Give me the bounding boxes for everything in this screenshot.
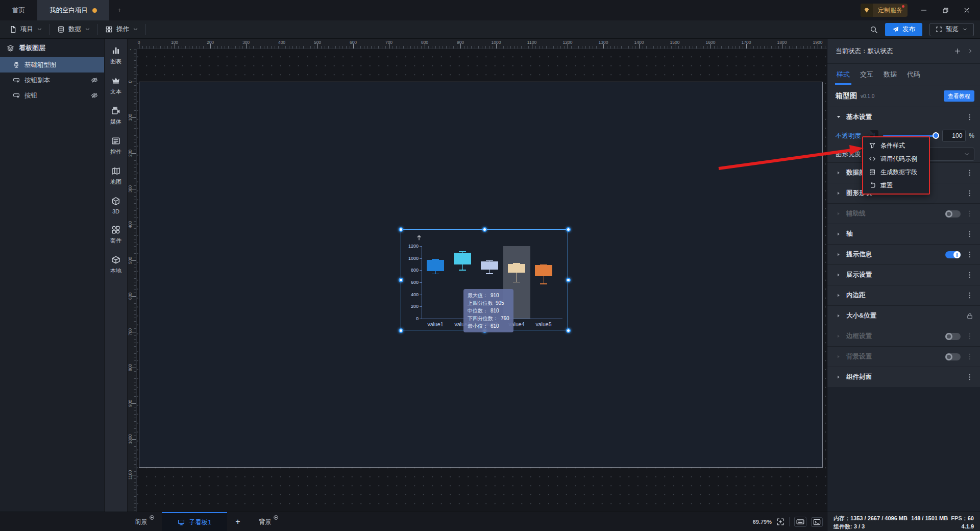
section-背景设置[interactable]: 背景设置 [827, 346, 980, 367]
kebab-menu-icon[interactable] [966, 353, 973, 360]
kebab-menu-icon[interactable] [966, 373, 973, 381]
toggle-off[interactable] [945, 353, 961, 360]
context-menu-item-调用代码示例[interactable]: 调用代码示例 [863, 152, 929, 165]
tab-数据[interactable]: 数据 [882, 64, 898, 85]
foreground-tab[interactable]: 前景 [132, 512, 151, 531]
opacity-slider-knob[interactable] [933, 132, 939, 139]
section-辅助线[interactable]: 辅助线 [827, 203, 980, 224]
subboard-tab[interactable]: 子看板1 [162, 512, 227, 531]
selection-handle[interactable] [399, 227, 403, 232]
caret-right-icon[interactable] [836, 313, 841, 319]
project-tab[interactable]: 我的空白项目 [37, 0, 109, 20]
caret-right-icon[interactable] [836, 354, 841, 359]
background-tab[interactable]: 背景 [256, 512, 275, 531]
plus-icon[interactable] [954, 47, 961, 55]
add-state-icon[interactable] [954, 47, 961, 55]
canvas[interactable]: 0100200300400500600700800900100011001200… [128, 39, 827, 512]
section-提示信息[interactable]: 提示信息 [827, 244, 980, 264]
box-value3[interactable] [481, 261, 498, 270]
kebab-menu-icon[interactable] [966, 169, 973, 177]
library-item-地图[interactable]: 地图 [110, 166, 121, 186]
caret-right-icon[interactable] [836, 374, 841, 380]
kebab-menu-icon[interactable] [966, 292, 973, 299]
search-icon[interactable] [870, 26, 878, 34]
selection-handle[interactable] [399, 328, 403, 333]
menu-操作[interactable]: 操作 [98, 23, 145, 36]
search-icon[interactable] [870, 26, 878, 34]
layer-item-按钮[interactable]: 按钮 [0, 88, 104, 103]
kebab-menu-icon[interactable] [966, 271, 973, 279]
kebab-menu-icon[interactable] [966, 332, 973, 340]
section-边框设置[interactable]: 边框设置 [827, 326, 980, 346]
circle-plus-icon[interactable] [273, 515, 279, 520]
circle-plus-icon[interactable] [149, 515, 155, 520]
box-value1[interactable] [427, 260, 444, 271]
fit-screen-icon[interactable] [776, 518, 785, 526]
caret-right-icon[interactable] [836, 190, 841, 196]
selection-handle[interactable] [566, 328, 571, 333]
section-大小&位置[interactable]: 大小&位置 [827, 305, 980, 326]
custom-service-badge[interactable]: 定制服务 [861, 4, 908, 17]
layer-item-基础箱型图[interactable]: 基础箱型图 [0, 57, 104, 73]
circle-plus-icon[interactable] [273, 515, 279, 520]
chevron-right-icon[interactable] [967, 48, 973, 54]
caret-right-icon[interactable] [836, 272, 841, 278]
toggle-off[interactable] [945, 333, 961, 340]
menu-项目[interactable]: 项目 [2, 23, 50, 36]
selection-handle[interactable] [566, 278, 571, 282]
context-menu-item-生成数据字段[interactable]: 生成数据字段 [863, 165, 929, 179]
library-item-本地[interactable]: 本地 [110, 255, 121, 275]
kebab-menu-icon[interactable] [966, 251, 973, 258]
restore-button[interactable] [940, 5, 950, 15]
eye-off-icon[interactable] [91, 92, 98, 99]
tab-交互[interactable]: 交互 [859, 64, 875, 85]
tab-代码[interactable]: 代码 [905, 64, 922, 85]
selection-handle[interactable] [482, 227, 487, 232]
box-value4[interactable] [508, 264, 525, 273]
section-组件封面[interactable]: 组件封面 [827, 367, 980, 387]
toggle-on[interactable] [945, 251, 961, 258]
caret-down-icon[interactable] [836, 114, 842, 120]
context-menu-item-重置[interactable]: 重置 [863, 179, 929, 192]
tutorial-button[interactable]: 查看教程 [944, 90, 974, 102]
kebab-menu-icon[interactable] [966, 113, 973, 121]
caret-right-icon[interactable] [836, 231, 841, 237]
kebab-menu-icon[interactable] [966, 210, 973, 218]
eye-off-icon[interactable] [91, 77, 98, 84]
keyboard-shortcuts-icon[interactable] [796, 518, 804, 526]
library-item-控件[interactable]: 控件 [110, 136, 121, 156]
tab-样式[interactable]: 样式 [835, 64, 851, 85]
section-轴[interactable]: 轴 [827, 224, 980, 244]
library-item-媒体[interactable]: 媒体 [110, 106, 121, 126]
keyboard-shortcuts-icon[interactable] [794, 517, 806, 527]
context-menu-item-条件样式[interactable]: 条件样式 [863, 139, 929, 152]
selection-handle[interactable] [399, 278, 403, 282]
console-icon[interactable] [811, 517, 823, 527]
kebab-menu-icon[interactable] [966, 230, 973, 238]
selection-handle[interactable] [566, 227, 571, 232]
close-button[interactable] [962, 5, 972, 15]
new-project-tab-button[interactable]: + [109, 0, 130, 20]
project-tab[interactable]: 首页 [0, 0, 37, 20]
caret-down-icon[interactable] [836, 114, 842, 120]
fit-screen-icon[interactable] [776, 518, 785, 526]
kebab-menu-icon[interactable] [966, 113, 973, 121]
layer-item-按钮副本[interactable]: 按钮副本 [0, 73, 104, 88]
library-item-图表[interactable]: 图表 [110, 46, 121, 65]
box-value5[interactable] [535, 265, 552, 276]
caret-right-icon[interactable] [836, 293, 841, 298]
caret-right-icon[interactable] [836, 211, 841, 216]
console-icon[interactable] [813, 518, 821, 526]
boxplot-widget-selection[interactable]: 020040060080010001200value1value2value3v… [401, 229, 568, 330]
caret-right-icon[interactable] [836, 333, 841, 339]
menu-数据[interactable]: 数据 [50, 23, 97, 36]
opacity-value-input[interactable]: 100 [942, 130, 966, 142]
toggle-off[interactable] [945, 210, 961, 218]
box-value2[interactable] [454, 253, 471, 264]
preview-button[interactable]: 预览 [929, 23, 974, 36]
library-item-3D[interactable]: 3D [111, 197, 120, 214]
zoom-level[interactable]: 69.79% [753, 519, 772, 525]
chevron-right-icon[interactable] [967, 48, 973, 54]
section-内边距[interactable]: 内边距 [827, 285, 980, 305]
section-展示设置[interactable]: 展示设置 [827, 264, 980, 285]
